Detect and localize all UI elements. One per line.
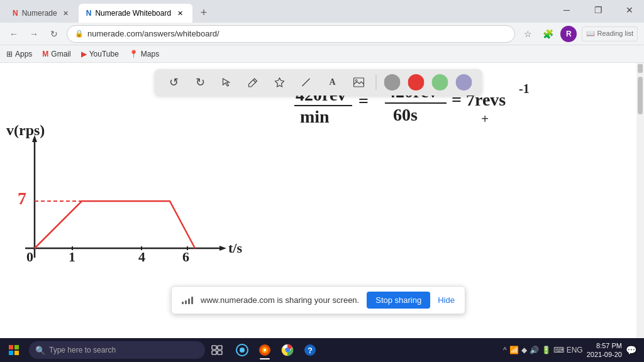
sharing-banner: www.numerade.com is sharing your screen.… — [171, 286, 465, 314]
svg-text:6: 6 — [182, 249, 189, 265]
chevron-up-icon[interactable]: ^ — [503, 346, 507, 354]
url-bar[interactable]: 🔒 numerade.com/answers/whiteboard/ — [67, 25, 515, 43]
tab-numerade-whiteboard[interactable]: N Numerade Whiteboard ✕ — [79, 4, 192, 23]
url-text: numerade.com/answers/whiteboard/ — [87, 29, 219, 38]
sharing-message: www.numerade.com is sharing your screen. — [201, 295, 359, 305]
taskbar-chrome[interactable] — [277, 339, 298, 361]
taskbar: 🔍 Type here to search ? ^ 📶 ◆ — [0, 338, 644, 362]
tab1-favicon: N — [13, 9, 18, 18]
scrollbar[interactable] — [636, 63, 644, 338]
bookmark-star-icon[interactable]: ☆ — [520, 26, 535, 41]
text-tool-button[interactable]: A — [323, 73, 342, 92]
taskbar-help[interactable]: ? — [299, 339, 321, 361]
scroll-thumb[interactable] — [638, 77, 643, 114]
search-icon: 🔍 — [35, 346, 45, 355]
speaker-icon[interactable]: 🔊 — [530, 346, 539, 354]
color-green-button[interactable] — [432, 74, 448, 90]
taskbar-search[interactable]: 🔍 Type here to search — [29, 341, 205, 359]
apps-grid-icon: ⊞ — [6, 50, 13, 58]
taskbar-clock[interactable]: 8:57 PM 2021-09-20 — [587, 341, 622, 359]
gmail-icon: M — [42, 50, 48, 58]
svg-text:min: min — [300, 107, 330, 126]
svg-rect-34 — [212, 351, 216, 354]
tab2-title: Numerade Whiteboard — [95, 9, 171, 18]
svg-rect-33 — [218, 346, 222, 349]
tools-button[interactable] — [270, 73, 289, 92]
svg-rect-28 — [9, 345, 13, 349]
search-placeholder: Type here to search — [49, 346, 116, 354]
svg-rect-30 — [9, 351, 13, 355]
tab2-close[interactable]: ✕ — [175, 8, 185, 18]
svg-rect-31 — [14, 351, 19, 355]
extensions-icon[interactable]: 🧩 — [540, 26, 555, 41]
svg-text:60s: 60s — [393, 105, 418, 124]
bookmark-youtube-label: YouTube — [89, 50, 119, 58]
start-button[interactable] — [3, 340, 25, 360]
tab-numerade[interactable]: N Numerade ✕ — [5, 4, 79, 23]
bookmark-apps-label: Apps — [15, 50, 32, 58]
svg-text:1: 1 — [69, 249, 75, 265]
taskbar-apps: ? — [231, 339, 321, 361]
bookmark-maps[interactable]: 📍 Maps — [129, 50, 159, 58]
cross-cursor-indicator: + — [481, 112, 489, 126]
time-display: 8:57 PM — [587, 341, 622, 350]
battery-icon[interactable]: 🔋 — [541, 346, 551, 354]
svg-text:4: 4 — [138, 249, 145, 265]
new-tab-button[interactable]: + — [195, 4, 213, 21]
bookmark-gmail[interactable]: M Gmail — [42, 50, 70, 58]
toolbar-separator — [376, 75, 377, 90]
maximize-button[interactable]: ❐ — [584, 0, 613, 20]
keyboard-icon[interactable]: ⌨ — [553, 346, 564, 354]
taskbar-firefox[interactable] — [254, 339, 275, 361]
select-tool-button[interactable] — [218, 73, 236, 92]
color-red-button[interactable] — [408, 74, 425, 90]
svg-rect-32 — [212, 346, 216, 349]
tab1-close[interactable]: ✕ — [61, 8, 71, 18]
date-display: 2021-09-20 — [587, 350, 622, 359]
color-gray-button[interactable] — [384, 74, 401, 90]
svg-marker-15 — [32, 135, 37, 142]
bookmark-apps[interactable]: ⊞ Apps — [6, 50, 32, 58]
close-button[interactable]: ✕ — [615, 0, 644, 20]
refresh-button[interactable]: ↻ — [47, 26, 62, 41]
svg-point-40 — [264, 349, 266, 351]
system-tray: ^ 📶 ◆ 🔊 🔋 ⌨ ENG — [503, 346, 583, 354]
youtube-icon: ▶ — [81, 50, 87, 58]
tab2-favicon: N — [86, 9, 92, 18]
bookmark-maps-label: Maps — [141, 50, 159, 58]
svg-text:?: ? — [308, 346, 313, 355]
profile-icon[interactable]: R — [560, 26, 577, 42]
line-tool-button[interactable] — [297, 73, 316, 92]
minimize-button[interactable]: ─ — [552, 0, 581, 20]
svg-text:0: 0 — [26, 249, 33, 265]
svg-marker-17 — [219, 246, 226, 251]
svg-line-1 — [303, 79, 310, 86]
taskbar-cortana[interactable] — [231, 339, 253, 361]
maps-icon: 📍 — [129, 50, 138, 58]
svg-point-37 — [240, 348, 245, 353]
back-button[interactable]: ← — [6, 26, 21, 41]
bookmark-gmail-label: Gmail — [51, 50, 70, 58]
notifications-icon[interactable]: 💬 — [626, 345, 636, 355]
reading-list-icon[interactable]: 📖 Reading list — [582, 26, 638, 41]
svg-rect-35 — [218, 351, 222, 354]
bookmark-youtube[interactable]: ▶ YouTube — [81, 50, 119, 58]
address-bar: ← → ↻ 🔒 numerade.com/answers/whiteboard/… — [0, 23, 644, 45]
redo-button[interactable]: ↻ — [191, 73, 210, 92]
color-purple-button[interactable] — [456, 74, 472, 90]
undo-button[interactable]: ↺ — [165, 73, 184, 92]
stop-sharing-button[interactable]: Stop sharing — [367, 292, 430, 309]
taskview-button[interactable] — [206, 339, 228, 361]
dropbox-icon[interactable]: ◆ — [521, 346, 527, 354]
whiteboard-toolbar: ↺ ↻ A — [155, 69, 482, 96]
tab1-title: Numerade — [22, 9, 57, 18]
hide-button[interactable]: Hide — [438, 295, 455, 305]
lang-label[interactable]: ENG — [567, 346, 583, 354]
lock-icon: 🔒 — [75, 30, 84, 38]
network-icon[interactable]: 📶 — [509, 346, 519, 354]
image-tool-button[interactable] — [350, 73, 369, 92]
forward-button[interactable]: → — [26, 26, 42, 41]
draw-tool-button[interactable] — [244, 73, 263, 92]
svg-text:v(rps): v(rps) — [6, 122, 45, 138]
svg-line-0 — [253, 80, 256, 82]
